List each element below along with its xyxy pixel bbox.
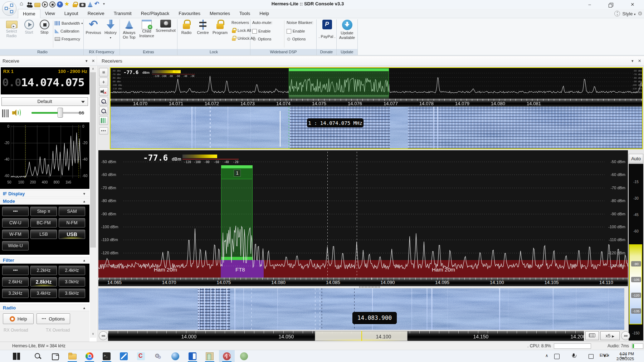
unlock-all-button[interactable]: Unlock All [231,35,255,42]
keyboard-entry-button[interactable] [585,331,599,340]
lock-all-button[interactable]: Lock All [231,27,251,34]
stop-button[interactable]: Stop [37,20,52,35]
star-icon[interactable] [64,1,70,8]
taskbar-sphere[interactable] [167,350,183,362]
taskbar-deploy[interactable] [150,350,166,362]
tablet-icon[interactable] [588,353,594,359]
receive-panel-menu-icon[interactable]: ▾ [86,59,88,63]
mode-button-usb[interactable]: USB [59,230,85,239]
level-scale-range-box[interactable]: -90-105-120-135 [629,244,642,324]
taskbar-green-app[interactable] [236,350,252,362]
folder-icon[interactable] [34,3,40,7]
lock-radio-button[interactable]: Radio [179,20,194,35]
collapse-ribbon-icon[interactable]: ∧∨ [614,11,620,16]
add-receiver-icon[interactable]: + [99,78,108,86]
tab-view[interactable]: View [40,9,60,18]
options-button[interactable]: •••Options [36,313,70,324]
taskbar-start[interactable] [9,350,24,362]
equalizer-icon[interactable] [2,109,10,117]
auto-mute-options-button[interactable]: ⚙Options [252,35,272,43]
minimize-button[interactable]: – [584,2,595,8]
level-tick-pill[interactable]: -90 [631,261,641,266]
palette-bar[interactable] [152,70,181,73]
lock-program-button[interactable]: Program [211,20,229,35]
taskbar-explorer[interactable] [64,350,80,362]
language-indicator[interactable]: ENG [600,353,609,359]
filter-button-26khz[interactable]: 2.6kHz [2,277,29,287]
more-options-icon[interactable]: ••• [99,127,108,134]
frequency-readout[interactable]: 0.014.074.075 [2,76,88,89]
scroll-right-button[interactable]: »» [621,331,630,340]
frequency-button[interactable]: Frequency [55,35,80,43]
checkbox-icon[interactable] [287,29,291,34]
help-button[interactable]: Help [3,313,34,324]
always-on-top-button[interactable]: AlwaysOn Top [121,20,137,40]
mode-button-lsb[interactable]: LSB [30,230,57,239]
scroll-up-icon[interactable]: ∧ [90,67,96,70]
speaker-icon[interactable] [12,109,21,117]
users-icon[interactable] [27,1,33,8]
mode-button-cwu[interactable]: CW-U [2,218,29,228]
start-button[interactable]: Start [21,20,36,35]
tab-memories[interactable]: Memories [205,9,235,18]
noise-blanker-options-button[interactable]: ⚙Options [287,35,306,43]
taskbar-bluewin[interactable] [185,350,200,362]
filter-button-[interactable]: ••• [2,266,29,275]
if-display-icon[interactable] [99,116,108,125]
scroll-left-button[interactable]: «« [99,331,108,340]
mode-button-wfm[interactable]: W-FM [2,230,29,239]
zoomed-waterfall[interactable] [111,107,642,148]
update-button[interactable]: UpdateAvailable [337,20,357,40]
pen-input-icon[interactable] [554,353,560,359]
taskbar-terminal[interactable] [99,350,114,362]
filter-button-30khz[interactable]: 3.0kHz [59,277,85,287]
filter-button-24khz[interactable]: 2.4kHz [59,266,85,275]
band-navigator[interactable]: 14.00014.05014.10014.15014.200 [108,331,584,341]
taskbar-c-app[interactable] [133,350,149,362]
noise-blanker-enable-checkbox[interactable]: Enable [287,28,305,35]
gear-icon[interactable]: ⚙ [638,10,643,17]
zoom-in-icon[interactable]: + [99,97,108,106]
main-frequency-scale[interactable]: 14.06514.07014.07514.08014.08514.09014.0… [98,278,628,286]
taskbar-taskview[interactable] [47,350,63,362]
mode-button-sam[interactable]: SAM [59,207,85,216]
mode-button-nfm[interactable]: N-FM [59,218,85,228]
taskbar-vscode[interactable] [116,350,132,362]
section-mode[interactable]: Mode▲ [0,198,89,205]
tab-home[interactable]: Home [18,9,40,18]
taskbar-door[interactable] [202,350,218,362]
child-instance-button[interactable]: ChildInstance [138,20,155,38]
tab-layout[interactable]: Layout [60,9,83,18]
tab-help[interactable]: Help [255,9,274,18]
zoom-factor-button[interactable]: x5 ▶ [600,331,620,340]
filter-button-36khz[interactable]: 3.6kHz [59,289,85,298]
scrollbar-thumb[interactable] [90,72,96,248]
filter-button-34khz[interactable]: 3.4kHz [30,289,57,298]
mode-button-step[interactable]: Step ≡ [30,207,57,216]
microphone-icon[interactable] [571,353,577,359]
tab-rec-playback[interactable]: Rec/Playback [136,9,174,18]
mode-button-[interactable]: ••• [2,207,29,216]
palette-bar[interactable] [182,155,217,158]
section-filter[interactable]: Filter▲ [0,257,89,264]
receivers-panel-menu-icon[interactable]: ▾ [631,59,634,63]
volume-slider-handle[interactable] [58,108,63,118]
style-menu[interactable]: Style ▾ [622,11,635,16]
camera-icon[interactable] [79,3,86,7]
paypal-button[interactable]: P . PayPal . [318,20,336,39]
previous-button[interactable]: ↶ Previous [85,20,102,35]
profile-dropdown[interactable]: Default [1,97,88,106]
bandwidth-button[interactable]: Bandwidth▾ [55,20,83,27]
receive-panel-close-icon[interactable]: ✕ [92,59,95,63]
level-tick-pill[interactable]: -105 [631,277,641,282]
mode-button-wideu[interactable]: Wide-U [2,241,29,250]
undo-icon[interactable] [94,1,101,8]
close-button[interactable]: ✕ [627,2,638,8]
section-if-display[interactable]: IF Display▼ [0,190,89,197]
select-radio-button[interactable]: SelectRadio [3,20,20,38]
history-button[interactable]: History▾ [103,20,118,40]
lock-centre-button[interactable]: Centre [195,20,211,35]
auto-scale-button[interactable]: Auto [629,154,643,163]
level-tick-pill[interactable]: -120 [631,293,641,298]
maximize-button[interactable] [606,2,616,8]
